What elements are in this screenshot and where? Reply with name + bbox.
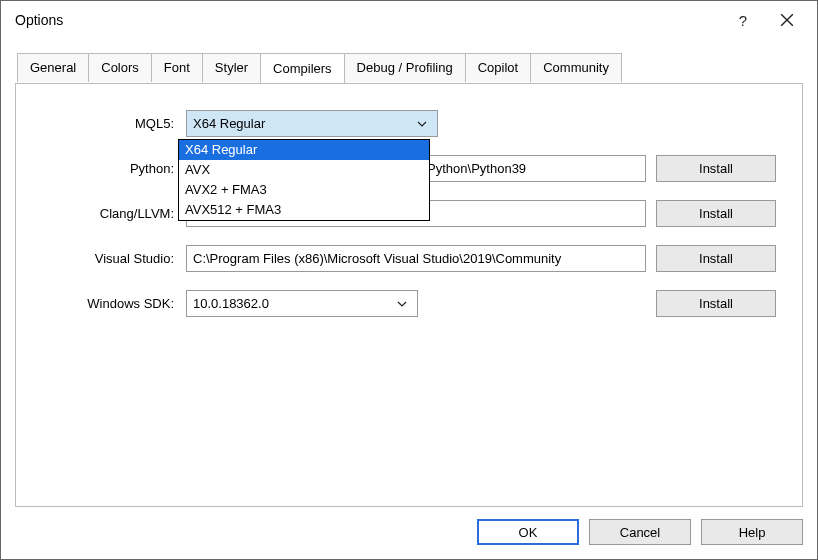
chevron-down-icon bbox=[417, 118, 427, 129]
chevron-down-icon bbox=[397, 298, 407, 309]
python-label: Python: bbox=[36, 161, 176, 176]
dialog-footer: OK Cancel Help bbox=[477, 519, 803, 545]
install-clang-button[interactable]: Install bbox=[656, 200, 776, 227]
content-area: General Colors Font Styler Compilers Deb… bbox=[15, 53, 803, 507]
titlebar: Options ? bbox=[1, 1, 817, 39]
ok-button[interactable]: OK bbox=[477, 519, 579, 545]
cancel-button[interactable]: Cancel bbox=[589, 519, 691, 545]
sdk-combobox[interactable]: 10.0.18362.0 bbox=[186, 290, 418, 317]
tab-font[interactable]: Font bbox=[151, 53, 203, 82]
help-icon[interactable]: ? bbox=[721, 1, 765, 39]
mql5-combobox[interactable]: X64 Regular bbox=[186, 110, 438, 137]
tab-community[interactable]: Community bbox=[530, 53, 622, 82]
sdk-selected: 10.0.18362.0 bbox=[193, 296, 269, 311]
mql5-option[interactable]: X64 Regular bbox=[179, 140, 429, 160]
mql5-label: MQL5: bbox=[36, 116, 176, 131]
tab-colors[interactable]: Colors bbox=[88, 53, 152, 82]
tab-general[interactable]: General bbox=[17, 53, 89, 82]
tab-strip: General Colors Font Styler Compilers Deb… bbox=[17, 53, 803, 82]
help-button[interactable]: Help bbox=[701, 519, 803, 545]
close-icon[interactable] bbox=[765, 1, 809, 39]
tab-debug[interactable]: Debug / Profiling bbox=[344, 53, 466, 82]
install-sdk-button[interactable]: Install bbox=[656, 290, 776, 317]
mql5-option[interactable]: AVX bbox=[179, 160, 429, 180]
mql5-option[interactable]: AVX512 + FMA3 bbox=[179, 200, 429, 220]
install-python-button[interactable]: Install bbox=[656, 155, 776, 182]
tab-styler[interactable]: Styler bbox=[202, 53, 261, 82]
tab-copilot[interactable]: Copilot bbox=[465, 53, 531, 82]
mql5-option[interactable]: AVX2 + FMA3 bbox=[179, 180, 429, 200]
mql5-selected: X64 Regular bbox=[193, 116, 265, 131]
window-title: Options bbox=[15, 12, 721, 28]
vs-label: Visual Studio: bbox=[36, 251, 176, 266]
sdk-label: Windows SDK: bbox=[36, 296, 176, 311]
compilers-panel: MQL5: X64 Regular Python: Install Clang/… bbox=[15, 83, 803, 507]
tab-compilers[interactable]: Compilers bbox=[260, 53, 345, 83]
clang-label: Clang/LLVM: bbox=[36, 206, 176, 221]
install-vs-button[interactable]: Install bbox=[656, 245, 776, 272]
mql5-dropdown-list[interactable]: X64 Regular AVX AVX2 + FMA3 AVX512 + FMA… bbox=[178, 139, 430, 221]
vs-path-input[interactable] bbox=[186, 245, 646, 272]
